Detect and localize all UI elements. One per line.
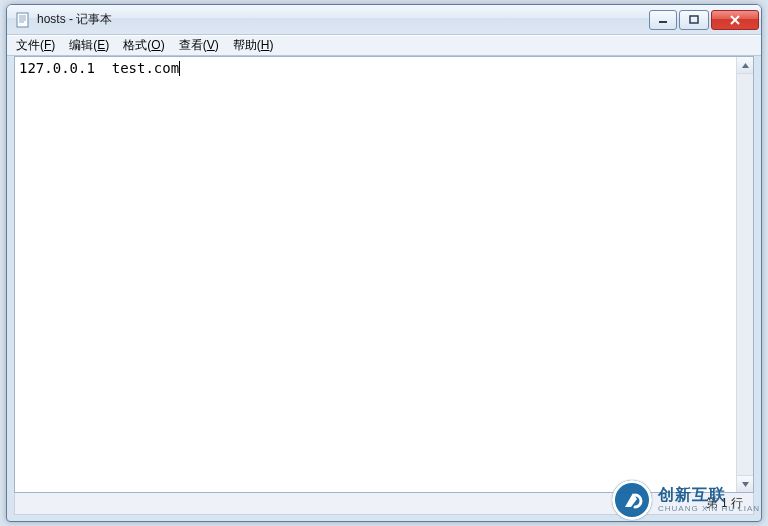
notepad-window: hosts - 记事本 文件(F) 编辑(E) 格式(O) 查看(V) 帮助(H…: [6, 4, 762, 522]
notepad-icon: [15, 12, 31, 28]
scroll-down-icon[interactable]: [737, 475, 753, 492]
maximize-button[interactable]: [679, 10, 709, 30]
editor-client-area: 127.0.0.1 test.com: [14, 56, 754, 493]
menu-edit[interactable]: 编辑(E): [62, 35, 116, 56]
menubar: 文件(F) 编辑(E) 格式(O) 查看(V) 帮助(H): [7, 35, 761, 56]
scroll-track[interactable]: [737, 74, 753, 475]
text-editor[interactable]: 127.0.0.1 test.com: [15, 57, 736, 492]
statusbar: 第 1 行: [14, 493, 754, 515]
svg-marker-9: [742, 63, 749, 68]
editor-content: 127.0.0.1 test.com: [19, 60, 179, 76]
text-caret-icon: [179, 61, 180, 76]
titlebar[interactable]: hosts - 记事本: [7, 5, 761, 35]
svg-rect-6: [690, 16, 698, 23]
window-title: hosts - 记事本: [37, 11, 112, 28]
menu-view[interactable]: 查看(V): [172, 35, 226, 56]
minimize-button[interactable]: [649, 10, 677, 30]
scroll-up-icon[interactable]: [737, 57, 753, 74]
window-controls: [647, 10, 759, 30]
close-button[interactable]: [711, 10, 759, 30]
menu-format[interactable]: 格式(O): [116, 35, 171, 56]
vertical-scrollbar[interactable]: [736, 57, 753, 492]
svg-marker-10: [742, 482, 749, 487]
status-position: 第 1 行: [702, 495, 747, 512]
menu-help[interactable]: 帮助(H): [226, 35, 281, 56]
menu-file[interactable]: 文件(F): [9, 35, 62, 56]
